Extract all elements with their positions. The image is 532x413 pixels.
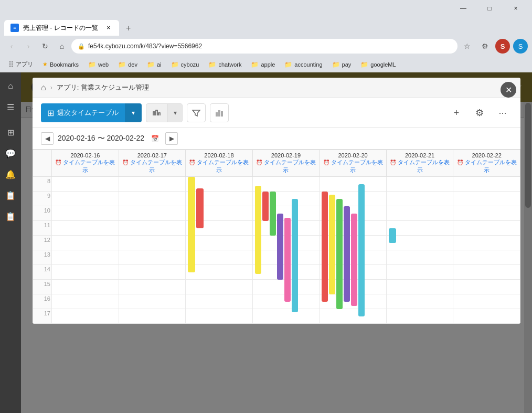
more-button[interactable]: ··· — [493, 103, 512, 122]
day-cell[interactable] — [386, 236, 453, 250]
tab-close-button[interactable]: × — [104, 24, 113, 32]
day-cell[interactable] — [119, 221, 186, 236]
filter-button[interactable] — [187, 103, 206, 122]
event-bar[interactable] — [188, 177, 195, 272]
home-button[interactable]: ⌂ — [55, 39, 69, 54]
graph-dropdown-button[interactable]: ▾ — [167, 104, 182, 122]
day-cell[interactable] — [52, 309, 119, 324]
event-bar[interactable] — [329, 195, 335, 294]
day-cell[interactable] — [386, 206, 453, 221]
show-timetable-5[interactable]: タイムテーブルを表示 — [398, 159, 450, 173]
day-cell[interactable] — [252, 177, 320, 192]
back-button[interactable]: ‹ — [4, 39, 19, 54]
bm-web[interactable]: 📁 web — [84, 60, 113, 69]
close-button[interactable]: × — [504, 0, 528, 17]
day-cell[interactable] — [119, 177, 186, 192]
day-cell[interactable] — [52, 236, 119, 250]
event-bar[interactable] — [351, 214, 357, 306]
breadcrumb-home-icon[interactable]: ⌂ — [41, 83, 46, 92]
graph-button[interactable]: ▾ — [146, 103, 183, 122]
day-cell[interactable] — [119, 309, 186, 324]
forward-button[interactable]: › — [21, 39, 36, 54]
event-bar[interactable] — [344, 206, 350, 302]
show-timetable-3[interactable]: タイムテーブルを表示 — [264, 159, 316, 173]
event-bar[interactable] — [336, 199, 343, 309]
extensions-button[interactable]: ⚙ — [477, 39, 492, 54]
day-cell[interactable] — [453, 206, 520, 221]
prev-date-button[interactable]: ◀ — [41, 132, 54, 145]
url-input[interactable]: 🔒 fe54k.cybozu.com/k/483/?view=5566962 — [71, 39, 457, 54]
apps-item[interactable]: ⠿ アプリ — [4, 59, 37, 70]
show-timetable-0[interactable]: タイムテーブルを表示 — [63, 159, 115, 173]
day-cell[interactable] — [52, 280, 119, 294]
day-cell[interactable] — [119, 294, 186, 309]
event-bar[interactable] — [358, 184, 365, 316]
bm-pay[interactable]: 📁 pay — [328, 60, 356, 69]
day-cell[interactable] — [386, 221, 453, 236]
day-cell[interactable] — [186, 280, 253, 294]
day-cell[interactable] — [252, 309, 320, 324]
day-cell[interactable] — [52, 206, 119, 221]
event-bar[interactable] — [389, 228, 396, 243]
day-cell[interactable] — [186, 309, 253, 324]
minimize-button[interactable]: — — [451, 0, 475, 17]
bm-apple[interactable]: 📁 apple — [247, 60, 279, 69]
day-cell[interactable] — [386, 177, 453, 192]
day-cell[interactable] — [453, 221, 520, 236]
day-cell[interactable] — [186, 250, 253, 265]
next-date-button[interactable]: ▶ — [165, 132, 178, 145]
chart-button[interactable] — [210, 103, 229, 122]
day-cell[interactable] — [52, 265, 119, 280]
bm-chatwork[interactable]: 📁 chatwork — [204, 60, 246, 69]
sidebar-list2-icon[interactable]: 📋 — [1, 207, 20, 226]
day-cell[interactable] — [453, 192, 520, 206]
day-cell[interactable] — [52, 221, 119, 236]
day-cell[interactable] — [119, 280, 186, 294]
active-tab[interactable]: ≡ 売上管理 - レコードの一覧 × — [4, 20, 119, 36]
show-timetable-4[interactable]: タイムテーブルを表示 — [331, 159, 383, 173]
view-dropdown-button[interactable]: ▾ — [125, 103, 142, 122]
day-cell[interactable] — [186, 177, 253, 192]
bookmark-star-button[interactable]: ☆ — [460, 39, 474, 54]
day-cell[interactable] — [453, 177, 520, 192]
event-bar[interactable] — [292, 199, 298, 312]
day-cell[interactable] — [52, 294, 119, 309]
modal-close-button[interactable]: ✕ — [501, 82, 516, 98]
day-cell[interactable] — [320, 192, 387, 206]
sidebar-home-icon[interactable]: ⌂ — [1, 77, 20, 96]
day-cell[interactable] — [386, 250, 453, 265]
settings-button[interactable]: ⚙ — [470, 103, 489, 122]
day-cell[interactable] — [186, 236, 253, 250]
maximize-button[interactable]: □ — [477, 0, 502, 17]
bm-cybozu[interactable]: 📁 cybozu — [167, 60, 204, 69]
show-timetable-1[interactable]: タイムテーブルを表示 — [130, 159, 182, 173]
day-cell[interactable] — [119, 250, 186, 265]
event-bar[interactable] — [262, 192, 269, 221]
bm-ai[interactable]: 📁 ai — [143, 60, 166, 69]
calendar-button[interactable]: 📅 — [148, 132, 161, 145]
add-button[interactable]: + — [447, 103, 466, 122]
event-bar[interactable] — [196, 188, 204, 228]
graph-main-icon[interactable] — [146, 104, 167, 122]
day-cell[interactable] — [453, 236, 520, 250]
day-cell[interactable] — [52, 177, 119, 192]
day-cell[interactable] — [52, 250, 119, 265]
new-tab-button[interactable]: + — [121, 21, 136, 36]
event-bar[interactable] — [270, 192, 276, 236]
sidebar-apps-icon[interactable]: ⊞ — [1, 123, 20, 142]
day-cell[interactable] — [386, 309, 453, 324]
day-cell[interactable] — [386, 192, 453, 206]
sidebar-chat-icon[interactable]: 💬 — [1, 144, 20, 163]
day-cell[interactable] — [119, 206, 186, 221]
day-cell[interactable] — [119, 236, 186, 250]
day-cell[interactable] — [186, 192, 253, 206]
timetable-container[interactable]: 2020-02-16 ⏰ タイムテーブルを表示 2020-02-17 ⏰ タイム… — [33, 150, 520, 324]
bm-googleml[interactable]: 📁 googleML — [356, 60, 400, 69]
day-cell[interactable] — [52, 192, 119, 206]
day-cell[interactable] — [252, 192, 320, 206]
day-cell[interactable] — [453, 265, 520, 280]
day-cell[interactable] — [453, 280, 520, 294]
day-cell[interactable] — [386, 265, 453, 280]
day-cell[interactable] — [119, 265, 186, 280]
show-timetable-6[interactable]: タイムテーブルを表示 — [465, 159, 517, 173]
